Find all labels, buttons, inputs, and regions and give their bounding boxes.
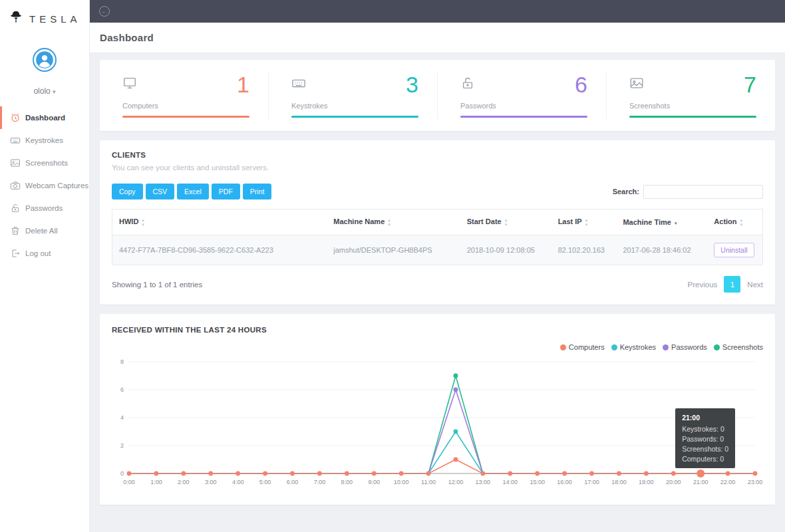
sidebar-item-webcam-captures[interactable]: Webcam Captures [0, 174, 89, 197]
column-header-machine-name[interactable]: Machine Name▴▾ [327, 209, 460, 235]
svg-text:18:00: 18:00 [611, 479, 627, 485]
svg-text:5:00: 5:00 [259, 479, 271, 485]
legend-dot-icon [714, 344, 720, 350]
sidebar-item-screenshots[interactable]: Screenshots [0, 152, 89, 174]
svg-text:12:00: 12:00 [448, 479, 464, 485]
sort-icon: ▴▾ [505, 217, 508, 227]
svg-text:4:00: 4:00 [232, 479, 244, 485]
main-area: ← Dashboard 1 Computers 3 Keystrokes 6 P… [90, 0, 785, 532]
sort-icon: ▴▾ [740, 217, 743, 227]
svg-text:22:00: 22:00 [720, 479, 736, 485]
stat-screenshots: 7 Screenshots [606, 72, 775, 119]
sidebar-item-label: Log out [25, 249, 51, 257]
avatar[interactable] [33, 48, 57, 72]
page-title: Dashboard [100, 32, 154, 43]
previous-button[interactable]: Previous [688, 281, 718, 289]
legend-item-keystrokes[interactable]: Keystrokes [611, 343, 656, 351]
svg-text:20:00: 20:00 [666, 479, 681, 485]
page-1-button[interactable]: 1 [724, 276, 740, 293]
svg-text:0:00: 0:00 [123, 479, 135, 485]
clients-subtitle: You can see your clients and uninstall s… [112, 164, 763, 172]
legend-item-passwords[interactable]: Passwords [663, 343, 707, 351]
svg-text:3:00: 3:00 [205, 479, 217, 485]
keyboard-icon [10, 135, 21, 146]
copy-button[interactable]: Copy [112, 184, 143, 200]
sidebar-item-passwords[interactable]: Passwords [0, 197, 89, 219]
column-header-action[interactable]: Action▴▾ [707, 209, 762, 235]
svg-text:17:00: 17:00 [584, 479, 599, 485]
pagination: Previous 1 Next [688, 276, 763, 293]
sidebar-item-delete-all[interactable]: Delete All [0, 219, 89, 242]
sidebar-item-dashboard[interactable]: Dashboard [0, 106, 89, 129]
sort-icon: ▴▾ [585, 217, 588, 227]
clients-title: CLIENTS [112, 151, 763, 159]
uninstall-button[interactable]: Uninstall [714, 243, 754, 257]
sort-desc-icon: ▾ [675, 221, 677, 225]
chart-card: RECEIVED WITHIN THE LAST 24 HOURS Comput… [100, 314, 775, 505]
sidebar-collapse-icon[interactable]: ← [99, 6, 110, 17]
legend-item-computers[interactable]: Computers [560, 343, 605, 351]
logout-icon [10, 248, 21, 259]
svg-text:2: 2 [120, 442, 124, 449]
csv-button[interactable]: CSV [146, 184, 175, 200]
page-header: Dashboard [90, 23, 785, 53]
stat-label: Passwords [460, 102, 587, 110]
next-button[interactable]: Next [747, 281, 763, 289]
chevron-down-icon: ▾ [53, 88, 56, 95]
cell-hwid: 4472-F77A-7BF8-CD96-3585-9622-C632-A223 [112, 235, 327, 265]
keyboard-icon [291, 76, 306, 90]
user-menu[interactable]: ololo ▾ [0, 86, 89, 96]
svg-text:4: 4 [120, 414, 124, 421]
stats-card: 1 Computers 3 Keystrokes 6 Passwords 7 S… [100, 60, 775, 131]
image-icon [629, 76, 644, 90]
line-chart: 024680:001:002:003:004:005:006:007:008:0… [112, 352, 763, 498]
cell-last-ip: 82.102.20.163 [551, 235, 617, 265]
image-icon [10, 158, 21, 168]
legend-dot-icon [560, 344, 566, 350]
search-input[interactable] [643, 185, 763, 199]
svg-text:6:00: 6:00 [287, 479, 299, 485]
print-button[interactable]: Print [243, 184, 272, 200]
sidebar: TESLA ololo ▾ DashboardKeystrokesScreens… [0, 0, 90, 532]
chart-legend: ComputersKeystrokesPasswordsScreenshots [112, 343, 763, 351]
pdf-button[interactable]: PDF [212, 184, 240, 200]
table-row: 4472-F77A-7BF8-CD96-3585-9622-C632-A223j… [112, 235, 763, 265]
sort-icon: ▴▾ [142, 217, 144, 227]
svg-text:23:00: 23:00 [748, 479, 763, 485]
topbar: ← [90, 0, 785, 23]
svg-text:15:00: 15:00 [530, 479, 545, 485]
trash-icon [10, 225, 21, 236]
brand-name: TESLA [29, 13, 81, 25]
svg-text:11:00: 11:00 [421, 479, 436, 485]
cell-machine-time: 2017-06-28 18:46:02 [616, 235, 707, 265]
stat-keystrokes: 3 Keystrokes [268, 72, 437, 119]
search-label: Search: [613, 188, 639, 196]
stat-underline [291, 116, 418, 118]
stat-value: 6 [575, 72, 587, 98]
cell-start-date: 2018-10-09 12:08:05 [460, 235, 551, 265]
legend-dot-icon [611, 344, 617, 350]
stat-passwords: 6 Passwords [437, 72, 606, 119]
column-header-machine-time[interactable]: Machine Time▾ [616, 209, 707, 235]
column-header-hwid[interactable]: HWID▴▾ [112, 209, 327, 235]
sidebar-item-log-out[interactable]: Log out [0, 242, 89, 265]
excel-button[interactable]: Excel [177, 184, 209, 200]
stat-underline [460, 116, 587, 118]
column-header-last-ip[interactable]: Last IP▴▾ [551, 209, 617, 235]
monitor-icon [122, 76, 137, 90]
svg-text:21:00: 21:00 [693, 479, 708, 485]
legend-dot-icon [663, 344, 669, 350]
camera-icon [10, 180, 21, 191]
export-buttons: CopyCSVExcelPDFPrint [112, 184, 271, 200]
svg-text:13:00: 13:00 [476, 479, 491, 485]
sidebar-item-keystrokes[interactable]: Keystrokes [0, 129, 89, 152]
lock-icon [460, 76, 475, 90]
svg-text:6: 6 [120, 386, 124, 393]
svg-text:2:00: 2:00 [178, 479, 190, 485]
column-header-start-date[interactable]: Start Date▴▾ [460, 209, 551, 235]
spy-hat-icon [7, 8, 25, 29]
entries-info: Showing 1 to 1 of 1 entries [112, 281, 202, 289]
stat-label: Computers [122, 102, 249, 110]
legend-item-screenshots[interactable]: Screenshots [714, 343, 763, 351]
brand-logo: TESLA [0, 0, 89, 29]
